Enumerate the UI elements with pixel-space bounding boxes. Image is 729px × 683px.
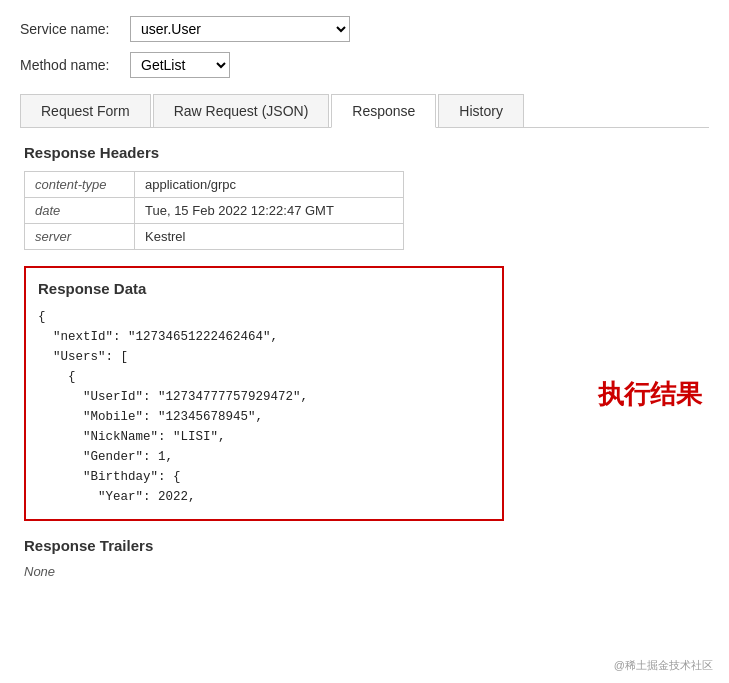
tab-content-response: Response Headers content-typeapplication… xyxy=(20,128,709,595)
header-value: application/grpc xyxy=(135,172,404,198)
header-row: serverKestrel xyxy=(25,224,404,250)
method-select[interactable]: GetList xyxy=(130,52,230,78)
response-data-title: Response Data xyxy=(38,280,490,297)
service-select[interactable]: user.User xyxy=(130,16,350,42)
method-label: Method name: xyxy=(20,57,130,73)
header-key: server xyxy=(25,224,135,250)
method-name-row: Method name: GetList xyxy=(20,52,709,78)
header-key: date xyxy=(25,198,135,224)
service-label: Service name: xyxy=(20,21,130,37)
header-value: Tue, 15 Feb 2022 12:22:47 GMT xyxy=(135,198,404,224)
response-trailers-title: Response Trailers xyxy=(24,537,705,554)
response-headers-table: content-typeapplication/grpcdateTue, 15 … xyxy=(24,171,404,250)
response-trailers-section: Response Trailers None xyxy=(24,537,705,579)
service-name-row: Service name: user.User xyxy=(20,16,709,42)
response-headers-title: Response Headers xyxy=(24,144,705,161)
exec-result-label: 执行结果 xyxy=(598,376,702,411)
tab-request-form[interactable]: Request Form xyxy=(20,94,151,127)
response-data-code: { "nextId": "12734651222462464", "Users"… xyxy=(38,307,490,507)
tab-raw-request[interactable]: Raw Request (JSON) xyxy=(153,94,330,127)
watermark: @稀土掘金技术社区 xyxy=(614,658,713,673)
response-data-box: Response Data { "nextId": "1273465122246… xyxy=(24,266,504,521)
header-row: dateTue, 15 Feb 2022 12:22:47 GMT xyxy=(25,198,404,224)
response-trailers-none: None xyxy=(24,564,705,579)
tabs-bar: Request Form Raw Request (JSON) Response… xyxy=(20,94,709,128)
tab-response[interactable]: Response xyxy=(331,94,436,128)
tab-history[interactable]: History xyxy=(438,94,524,127)
header-key: content-type xyxy=(25,172,135,198)
header-value: Kestrel xyxy=(135,224,404,250)
header-row: content-typeapplication/grpc xyxy=(25,172,404,198)
